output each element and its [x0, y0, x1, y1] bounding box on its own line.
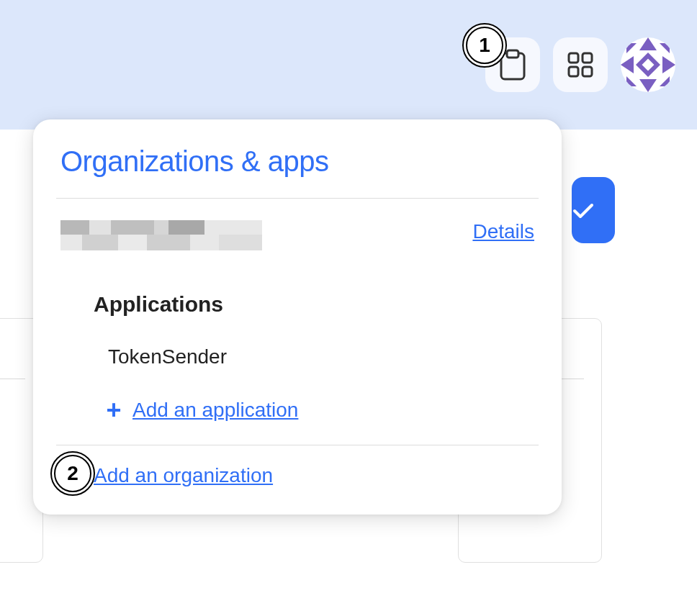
- bg-divider-left: [0, 379, 25, 379]
- org-name-redacted: [60, 220, 262, 250]
- org-details-link[interactable]: Details: [472, 220, 534, 243]
- svg-rect-3: [583, 53, 592, 63]
- svg-rect-4: [569, 67, 578, 76]
- top-banner: [0, 0, 697, 130]
- avatar-icon: [621, 37, 675, 92]
- confirm-button[interactable]: [572, 177, 615, 243]
- svg-rect-1: [507, 50, 518, 58]
- annotation-number: 1: [479, 34, 490, 57]
- popover-title: Organizations & apps: [60, 145, 534, 198]
- grid-icon: [566, 50, 595, 79]
- application-item[interactable]: TokenSender: [60, 317, 534, 397]
- add-application-row: + Add an application: [60, 397, 534, 445]
- check-icon: [567, 194, 599, 226]
- add-organization-row: + Add an organization: [60, 445, 534, 493]
- org-row: Details: [60, 199, 534, 255]
- add-organization-link[interactable]: Add an organization: [94, 464, 273, 487]
- applications-heading: Applications: [60, 255, 534, 317]
- svg-rect-5: [583, 67, 592, 76]
- annotation-number: 2: [67, 462, 78, 485]
- orgs-apps-popover: Organizations & apps Details Application…: [33, 119, 562, 515]
- toolbar: [485, 37, 675, 92]
- svg-rect-2: [569, 53, 578, 63]
- avatar[interactable]: [621, 37, 675, 92]
- annotation-bubble-2: 2: [50, 451, 95, 496]
- apps-grid-button[interactable]: [553, 37, 608, 92]
- add-application-link[interactable]: Add an application: [132, 399, 298, 422]
- plus-icon: +: [104, 397, 124, 423]
- annotation-bubble-1: 1: [462, 23, 507, 68]
